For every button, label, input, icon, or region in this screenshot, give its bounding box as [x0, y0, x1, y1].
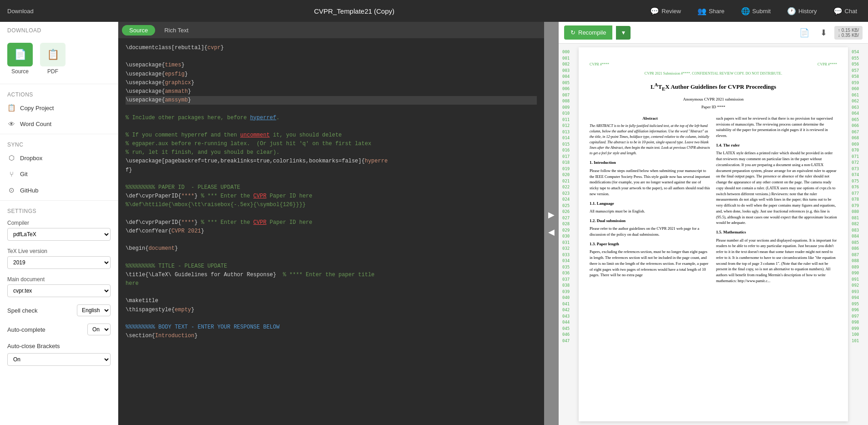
autocomplete-row: Auto-complete On: [0, 320, 118, 339]
main-doc-label: Main document: [7, 276, 111, 283]
code-line-blank-1: [126, 52, 537, 61]
preview-scroll[interactable]: 0000010020030040050060070080090100110120…: [559, 44, 868, 425]
tab-source[interactable]: Source: [122, 25, 155, 35]
github-icon: ⊙: [7, 186, 15, 194]
sync-section-title: Sync: [0, 136, 118, 150]
line-numbers-left: 0000010020030040050060070080090100110120…: [562, 47, 575, 421]
pdf-header-right: CVPR #****: [818, 62, 837, 67]
pdf-label: PDF: [47, 68, 58, 75]
recompile-button[interactable]: ↻ Recompile: [564, 25, 612, 40]
word-count-item[interactable]: 👁 Word Count: [0, 116, 118, 132]
pdf-dual-text: Please refer to the author guidelines on…: [590, 226, 711, 238]
tab-richtext[interactable]: Rich Text: [157, 25, 196, 35]
editor-nav: ▶ ◀: [544, 22, 559, 425]
autoclose-row: Auto-close Brackets: [0, 339, 118, 353]
pdf-dual-title: 1.2. Dual submission: [590, 218, 711, 224]
code-line-12: \begin{document}: [126, 244, 537, 253]
github-label: GitHub: [20, 187, 38, 194]
code-line-comment-1: % Include other packages here, before hy…: [126, 114, 537, 122]
divider-3: [0, 200, 118, 201]
pdf-title: LATEX Author Guidelines for CVPR Proceed…: [590, 81, 837, 93]
code-line-7: \usepackage[pagebackref=true,breaklinks=…: [126, 157, 537, 166]
code-line-2: \usepackage{times}: [126, 61, 537, 70]
pdf-download-button[interactable]: 📋 PDF: [40, 43, 66, 75]
editor-tabs: Source Rich Text: [118, 22, 544, 38]
nav-right-arrow[interactable]: ▶: [546, 206, 556, 223]
code-line-8: f}: [126, 166, 537, 175]
nav-left-arrow[interactable]: ◀: [546, 223, 556, 241]
divider-1: [0, 84, 118, 84]
recompile-icon: ↻: [570, 29, 575, 36]
pdf-paperid: Paper ID ****: [590, 104, 837, 110]
settings-section-title: Settings: [0, 202, 118, 216]
pdf-paper-title: 1.3. Paper length: [590, 241, 711, 248]
code-line-17: \section{Introduction}: [126, 332, 537, 340]
pdf-right-text1: such papers will not be reviewed is that…: [716, 116, 837, 139]
code-line-4: \usepackage{graphicx}: [126, 79, 537, 87]
code-line-15: \maketitle: [126, 297, 537, 305]
main-doc-setting: Main document cvpr.tex: [0, 273, 118, 301]
document-title: CVPR_Template21 (Copy): [62, 7, 646, 15]
code-line-comment-8: %%%%%%%%% BODY TEXT - ENTER YOUR RESPONS…: [126, 323, 537, 332]
download-label: Download: [7, 8, 62, 15]
code-line-blank-4: [126, 175, 537, 183]
code-line-blank-6: [126, 236, 537, 244]
code-line-blank-8: [126, 288, 537, 297]
code-line-1: \documentclass[rebuttal]{cvpr}: [126, 44, 537, 52]
source-label: Source: [11, 68, 29, 75]
submit-button[interactable]: 🌐 Submit: [737, 5, 774, 17]
recompile-label: Recompile: [578, 29, 606, 36]
compiler-setting: Compiler pdfLaTeX: [0, 216, 118, 244]
pdf-lang-title: 1.1. Language: [590, 201, 711, 207]
compiler-select[interactable]: pdfLaTeX: [7, 228, 111, 241]
pdf-header-left: CVPR #****: [590, 62, 609, 67]
code-line-comment-2: % If you comment hyperref and then uncom…: [126, 131, 537, 140]
code-line-13: \title{\LaTeX\ Guidelines for Author Res…: [126, 271, 537, 279]
dropbox-item[interactable]: ⬡ Dropbox: [0, 150, 118, 166]
autocomplete-select[interactable]: On: [87, 324, 111, 335]
code-line-comment-4: % run, let it finish, and you should be …: [126, 148, 537, 157]
code-line-16: \thispagestyle{empty}: [126, 306, 537, 314]
chat-button[interactable]: 💬 Chat: [830, 5, 861, 17]
pdf-confidential: CVPR 2021 Submission #****. CONFIDENTIAL…: [590, 71, 837, 76]
pdf-ruler-title: 1.4. The ruler: [716, 142, 837, 149]
submit-label: Submit: [752, 8, 771, 15]
share-button[interactable]: 👥 Share: [694, 5, 728, 17]
autocomplete-label: Auto-complete: [7, 326, 84, 333]
texlive-select[interactable]: 2019: [7, 256, 111, 269]
spell-check-row: Spell check English: [0, 301, 118, 320]
editor-content[interactable]: \documentclass[rebuttal]{cvpr} \usepacka…: [118, 38, 544, 425]
topbar: Download CVPR_Template21 (Copy) 💬 Review…: [0, 0, 868, 22]
pdf-ruler-text: The LATEX style defines a printed ruler …: [716, 150, 837, 226]
download-icon-button[interactable]: ⬇: [817, 26, 831, 40]
share-icon: 👥: [697, 7, 707, 15]
page-icon-button[interactable]: 📄: [796, 26, 813, 40]
download-section-title: Download: [0, 22, 118, 35]
preview-area: ↻ Recompile ▼ 📄 ⬇ ↑ 0.15 KB/ ↓ 0.35 KB/ …: [559, 22, 868, 425]
main-doc-select[interactable]: cvpr.tex: [7, 284, 111, 297]
pdf-lang-text: All manuscripts must be in English.: [590, 208, 711, 214]
git-item[interactable]: ⑂ Git: [0, 166, 118, 182]
code-line-blank-7: [126, 253, 537, 262]
autoclose-select[interactable]: On: [7, 353, 111, 366]
copy-project-item[interactable]: 📋 Copy Project: [0, 100, 118, 116]
share-label: Share: [709, 8, 725, 15]
history-button[interactable]: 🕐 History: [783, 5, 820, 17]
actions-section-title: Actions: [0, 86, 118, 100]
code-line-blank-5: [126, 210, 537, 218]
pdf-math-title: 1.5. Mathematics: [716, 229, 837, 236]
source-download-button[interactable]: 📄 Source: [7, 43, 33, 75]
editor-area: Source Rich Text \documentclass[rebuttal…: [118, 22, 544, 425]
word-count-label: Word Count: [20, 121, 51, 127]
review-icon: 💬: [650, 7, 659, 15]
recompile-dropdown[interactable]: ▼: [616, 26, 631, 40]
history-icon: 🕐: [787, 7, 796, 15]
spell-check-select[interactable]: English: [77, 304, 111, 316]
review-button[interactable]: 💬 Review: [646, 5, 685, 17]
github-item[interactable]: ⊙ GitHub: [0, 182, 118, 198]
pdf-abstract-title: Abstract: [590, 116, 711, 122]
code-line-blank-9: [126, 314, 537, 323]
pdf-right-col: such papers will not be reviewed is that…: [716, 116, 837, 284]
code-line-comment-5: %%%%%%%%% PAPER ID - PLEASE UPDATE: [126, 183, 537, 192]
pdf-icon: 📋: [40, 43, 66, 66]
